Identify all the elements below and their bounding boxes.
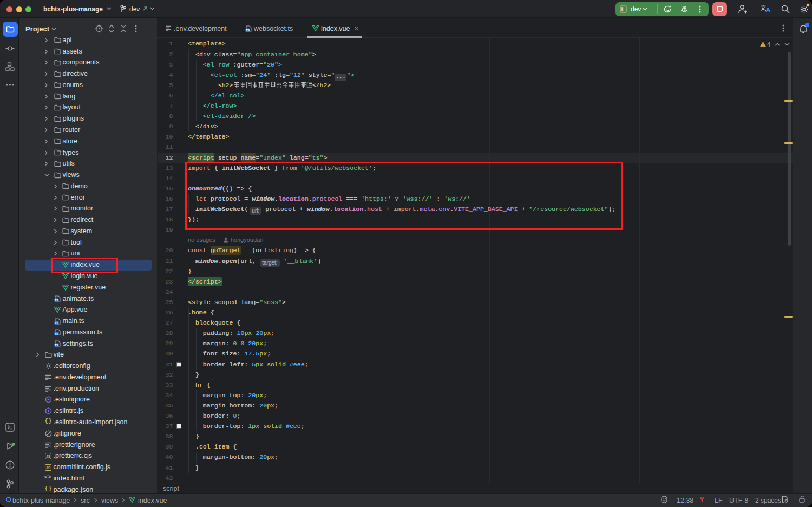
- svg-text:JS: JS: [46, 455, 51, 458]
- svg-text:TS: TS: [54, 332, 58, 335]
- svg-text:TS: TS: [54, 321, 58, 324]
- svg-text:TS: TS: [246, 28, 250, 31]
- svg-text:TS: TS: [54, 299, 58, 302]
- svg-text:JS: JS: [46, 466, 51, 470]
- svg-text:TS: TS: [54, 344, 58, 347]
